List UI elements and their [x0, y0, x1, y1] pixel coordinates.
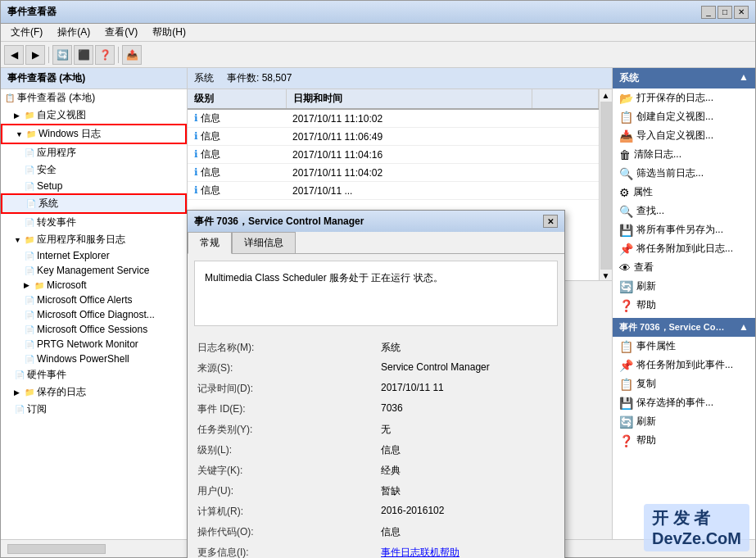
title-bar: 事件查看器 _ □ ✕	[1, 1, 755, 24]
more-info-link[interactable]: 事件日志联机帮助	[378, 544, 558, 558]
sidebar-item-system[interactable]: 📄 系统	[1, 193, 187, 214]
event-id-value: 7036	[378, 401, 558, 418]
scroll-down-button[interactable]: ▼	[602, 271, 610, 280]
right-action2-item[interactable]: 📋复制	[613, 374, 755, 393]
right-action-item[interactable]: 🔄刷新	[613, 277, 755, 296]
security-icon: 📄	[24, 166, 35, 175]
help-button[interactable]: ❓	[95, 45, 115, 65]
prtg-label: PRTG Network Monitor	[37, 338, 138, 350]
menu-file[interactable]: 文件(F)	[4, 24, 49, 41]
back-button[interactable]: ◀	[4, 45, 24, 65]
right-action-item[interactable]: 📋创建自定义视图...	[613, 107, 755, 126]
setup-label: Setup	[37, 180, 62, 192]
stop-button[interactable]: ⬛	[74, 45, 93, 65]
table-row[interactable]: ℹ 信息2017/10/11 11:04:02	[188, 164, 599, 182]
sidebar-item-security[interactable]: 📄 安全	[1, 161, 187, 179]
sidebar-item-setup[interactable]: 📄 Setup	[1, 179, 187, 193]
right-action-item[interactable]: 📥导入自定义视图...	[613, 126, 755, 145]
log-name-label: 日志名称(M):	[194, 339, 374, 356]
saved-logs-label: 保存的日志	[37, 385, 86, 399]
record-time-label: 记录时间(D):	[194, 380, 374, 397]
close-button[interactable]: ✕	[734, 6, 749, 19]
sidebar-item-windows-logs[interactable]: ▼ 📁 Windows 日志	[1, 124, 187, 144]
action-icon: 🔍	[619, 205, 633, 218]
action2-icon: ❓	[619, 434, 633, 447]
sidebar-item-kms[interactable]: 📄 Key Management Service	[1, 263, 187, 278]
cell-datetime: 2017/10/11 11:10:02	[286, 109, 532, 128]
right-action-item[interactable]: 💾将所有事件另存为...	[613, 220, 755, 239]
sidebar-item-app-service[interactable]: ▼ 📁 应用程序和服务日志	[1, 231, 187, 248]
msa-label: Microsoft Office Alerts	[37, 294, 132, 306]
right-action-item[interactable]: 📂打开保存的日志...	[613, 88, 755, 107]
right-action2-item[interactable]: 💾保存选择的事件...	[613, 393, 755, 412]
right-action2-item[interactable]: 📌将任务附加到此事件...	[613, 356, 755, 374]
subscriptions-label: 订阅	[27, 402, 47, 416]
right-action-item[interactable]: ⚙属性	[613, 183, 755, 202]
system-icon: 📄	[25, 199, 37, 208]
subscriptions-icon: 📄	[14, 405, 25, 414]
sidebar-item-prtg[interactable]: 📄 PRTG Network Monitor	[1, 337, 187, 352]
window-title: 事件查看器	[7, 5, 57, 19]
action-label: 创建自定义视图...	[636, 110, 713, 124]
col-level: 级别	[188, 89, 286, 109]
log-name-value: 系统	[378, 339, 558, 356]
table-row[interactable]: ℹ 信息2017/10/11 11:10:02	[188, 109, 599, 128]
maximize-button[interactable]: □	[718, 6, 732, 19]
cell-level: ℹ 信息	[188, 146, 286, 164]
user-value: 暂缺	[378, 483, 558, 500]
event-scrollbar[interactable]: ▲ ▼	[599, 89, 612, 280]
sidebar-item-powershell[interactable]: 📄 Windows PowerShell	[1, 352, 187, 366]
custom-views-label: 自定义视图	[37, 108, 86, 122]
dialog-close-button[interactable]: ✕	[543, 215, 558, 228]
table-row[interactable]: ℹ 信息2017/10/11 11:04:16	[188, 146, 599, 164]
hardware-label: 硬件事件	[27, 368, 66, 382]
right-action-item[interactable]: 👁查看	[613, 258, 755, 277]
sidebar-item-forwarded[interactable]: 📄 转发事件	[1, 214, 187, 231]
sidebar-item-root[interactable]: 📋 事件查看器 (本地)	[1, 89, 187, 107]
dialog-tab-details[interactable]: 详细信息	[232, 232, 296, 254]
minimize-button[interactable]: _	[701, 6, 716, 19]
sidebar-item-application[interactable]: 📄 应用程序	[1, 144, 187, 161]
sidebar-item-custom-views[interactable]: ▶ 📁 自定义视图	[1, 107, 187, 124]
right-action-item[interactable]: 🗑清除日志...	[613, 145, 755, 164]
menu-view[interactable]: 查看(V)	[98, 24, 144, 41]
right-section1-arrow[interactable]: ▲	[739, 71, 749, 85]
right-action-item[interactable]: ❓帮助	[613, 296, 755, 315]
forward-button[interactable]: ▶	[25, 45, 45, 65]
action-label: 导入自定义视图...	[636, 129, 713, 143]
sidebar-item-msa[interactable]: 📄 Microsoft Office Alerts	[1, 293, 187, 307]
sidebar-item-microsoft[interactable]: ▶ 📁 Microsoft	[1, 278, 187, 293]
right-action2-item[interactable]: 📋事件属性	[613, 337, 755, 356]
status-scrollbar[interactable]	[7, 544, 106, 554]
action-icon: 👁	[619, 261, 631, 274]
right-action-item[interactable]: 🔍筛选当前日志...	[613, 164, 755, 183]
right-action-item[interactable]: 📌将任务附加到此日志...	[613, 239, 755, 258]
sidebar-item-saved-logs[interactable]: ▶ 📁 保存的日志	[1, 383, 187, 401]
refresh-button[interactable]: 🔄	[52, 45, 72, 65]
sidebar-item-hardware[interactable]: 📄 硬件事件	[1, 366, 187, 383]
menu-action[interactable]: 操作(A)	[51, 24, 97, 41]
menu-help[interactable]: 帮助(H)	[146, 24, 192, 41]
sidebar-item-msod[interactable]: 📄 Microsoft Office Diagnost...	[1, 307, 187, 322]
sidebar-item-msos[interactable]: 📄 Microsoft Office Sessions	[1, 322, 187, 337]
scroll-up-button[interactable]: ▲	[602, 91, 610, 100]
right-action2-item[interactable]: 🔄刷新	[613, 412, 755, 431]
sidebar-item-ie[interactable]: 📄 Internet Explorer	[1, 248, 187, 263]
col-datetime: 日期和时间	[286, 89, 532, 109]
right-action2-item[interactable]: ❓帮助	[613, 431, 755, 450]
windows-logs-arrow: ▼	[16, 130, 24, 138]
right-section2-arrow[interactable]: ▲	[739, 321, 749, 333]
table-row[interactable]: ℹ 信息2017/10/11 ...	[188, 182, 599, 200]
action-icon: 🔍	[619, 167, 633, 180]
forwarded-icon: 📄	[24, 218, 35, 227]
dialog-tab-general[interactable]: 常规	[188, 232, 232, 254]
table-row[interactable]: ℹ 信息2017/10/11 11:06:49	[188, 128, 599, 146]
computer-value: 2016-2016102	[378, 503, 558, 520]
export-button[interactable]: 📤	[122, 45, 142, 65]
saved-logs-arrow: ▶	[14, 388, 22, 397]
sidebar-item-subscriptions[interactable]: 📄 订阅	[1, 401, 187, 418]
toolbar: ◀ ▶ 🔄 ⬛ ❓ 📤	[1, 42, 755, 68]
toolbar-separator-1	[48, 47, 49, 63]
microsoft-label: Microsoft	[47, 279, 87, 291]
right-action-item[interactable]: 🔍查找...	[613, 202, 755, 220]
